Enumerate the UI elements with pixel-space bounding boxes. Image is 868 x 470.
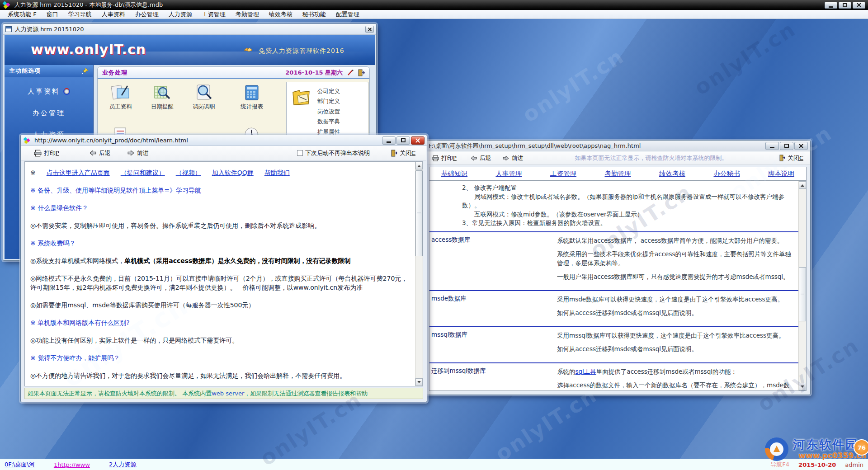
- learn-window-title: http://www.onlyit.cn/onlyit_prod/doc/htm…: [34, 137, 188, 144]
- scroll-thumb[interactable]: [415, 170, 423, 256]
- line-prefix: ※: [30, 168, 36, 177]
- tools-icon[interactable]: [347, 69, 354, 76]
- learn-heading: ※ 备份、升级、使用等详细说明见软件顶上菜单=》学习导航: [30, 186, 409, 195]
- row-paragraph: 采用msde数据库可以获得更快速度，这个速度是由于这个引擎效率比access更高…: [557, 295, 792, 304]
- row-paragraph: 如何从access迁移到msde或者mssql见后面说明。: [557, 308, 792, 317]
- qq-group-link[interactable]: 加入软件QQ群: [212, 168, 254, 177]
- printer-icon: [34, 150, 42, 157]
- row-label: msde数据库: [429, 295, 557, 322]
- current-date: 2016-10-15 星期六: [285, 69, 343, 77]
- status-user: admin: [845, 461, 863, 468]
- close-button[interactable]: [365, 26, 374, 33]
- window-switch-0[interactable]: 0F:\桌面\河: [5, 461, 35, 469]
- nav-salary[interactable]: 工资管理: [550, 169, 576, 178]
- row-paragraph: 一般用户采用access数据库即可，只有感觉速度需要提升的才考虑msde或者ms…: [557, 272, 792, 281]
- biz-icon-label: 调岗调职: [187, 103, 221, 111]
- quick-link-dictionary[interactable]: 数据字典: [317, 117, 340, 127]
- learn-window-titlebar[interactable]: http://www.onlyit.cn/onlyit_prod/doc/htm…: [21, 135, 427, 146]
- hrm-window-titlebar[interactable]: 人力资源 hrm 20151020: [3, 24, 376, 35]
- forward-button[interactable]: 前进: [502, 154, 524, 162]
- nav-personnel[interactable]: 人事管理: [496, 169, 522, 178]
- learn-heading: ※ 单机版本和网络版本有什么区别?: [30, 318, 409, 327]
- close-page-button[interactable]: 关闭C: [391, 149, 415, 157]
- print-button[interactable]: 打印P: [432, 154, 457, 162]
- menu-human-resource[interactable]: 人力资源: [164, 9, 197, 19]
- feedback-link[interactable]: （提问和建议）: [121, 168, 165, 177]
- window-switch-1[interactable]: 1http://www: [54, 461, 90, 468]
- statistics-report-icon: [241, 84, 262, 102]
- nag-window-title: F:\桌面\河东软件园\hrm_setup\hrm_setup\dll\web\…: [429, 142, 641, 150]
- product-page-link[interactable]: 点击这里进入产品页面: [47, 168, 110, 177]
- menu-salary[interactable]: 工资管理: [197, 9, 231, 19]
- menu-hr-data[interactable]: 人事资料: [97, 9, 130, 19]
- biz-icon-employee[interactable]: 员工资料: [104, 84, 137, 111]
- scroll-thumb[interactable]: [799, 267, 806, 321]
- scroll-down-button[interactable]: [415, 378, 423, 386]
- menu-performance[interactable]: 绩效考核: [264, 9, 297, 19]
- row-label: mssql数据库: [429, 331, 557, 358]
- checkbox-icon[interactable]: [297, 150, 303, 156]
- no-popup-checkbox[interactable]: 下次启动不再弹出本说明: [297, 149, 370, 157]
- close-button[interactable]: [853, 2, 865, 9]
- nav-performance[interactable]: 绩效考核: [659, 169, 685, 178]
- minimize-button[interactable]: [765, 142, 779, 150]
- desktop-watermark: onlyIT.cn: [518, 44, 628, 127]
- print-button[interactable]: 打印P: [34, 149, 59, 157]
- menu-learn-nav[interactable]: 学习导航: [63, 9, 97, 19]
- scroll-up-button[interactable]: [799, 181, 806, 189]
- learn-heading: ※ 系统收费吗？: [30, 239, 409, 248]
- sidebar-item-office[interactable]: 办公管理: [5, 105, 93, 121]
- row-label: access数据库: [429, 236, 557, 286]
- forward-button[interactable]: 前进: [127, 149, 149, 157]
- back-button[interactable]: 后退: [470, 154, 491, 162]
- nav-attendance[interactable]: 考勤管理: [605, 169, 631, 178]
- biz-icon-statistics[interactable]: 统计报表: [235, 84, 269, 111]
- nag-window-titlebar[interactable]: F:\桌面\河东软件园\hrm_setup\hrm_setup\dll\web\…: [425, 141, 810, 151]
- menu-system[interactable]: 系统功能 F: [3, 9, 42, 19]
- help-us-link[interactable]: 帮助我们: [264, 168, 290, 177]
- window-switch-2[interactable]: 2人力资源: [109, 461, 136, 469]
- row-label: 迁移到mssql数据库: [429, 367, 557, 391]
- close-icon: [856, 2, 862, 8]
- learn-scrollbar[interactable]: [415, 162, 423, 386]
- nag-content: 2、 修改客户端配置 局域网模式：修改主机ip或者域名参数。（如果新服务器的ip…: [429, 181, 807, 391]
- minimize-button[interactable]: [382, 136, 396, 145]
- pushpin-icon[interactable]: [81, 67, 89, 75]
- menu-secretary[interactable]: 秘书功能: [297, 9, 331, 19]
- minimize-button[interactable]: [825, 2, 837, 9]
- app-statusbar: 0F:\桌面\河 1http://www 2人力资源 导航F4 2015-10-…: [0, 459, 868, 470]
- scroll-up-button[interactable]: [415, 162, 423, 169]
- sidebar-item-hr-data[interactable]: 人事资料: [5, 84, 93, 99]
- video-link[interactable]: （视频）: [176, 168, 201, 177]
- quick-link-position[interactable]: 岗位设置: [317, 107, 340, 117]
- sql-tool-link[interactable]: sql工具: [576, 368, 596, 375]
- maximize-icon: [843, 3, 847, 7]
- quick-link-company[interactable]: 公司定义: [317, 86, 340, 96]
- sidebar-header-label: 主功能选项: [9, 67, 41, 75]
- quick-link-department[interactable]: 部门定义: [317, 96, 340, 106]
- notification-badge: 76: [854, 439, 868, 456]
- minimize-icon: [829, 6, 833, 8]
- biz-icon-label: 统计报表: [235, 103, 269, 111]
- desktop-watermark: onlyIT.cn: [491, 383, 601, 466]
- menu-config[interactable]: 配置管理: [331, 9, 364, 19]
- menubar: 系统功能 F 窗口 学习导航 人事资料 办公管理 人力资源 工资管理 考勤管理 …: [0, 10, 868, 19]
- close-button[interactable]: [411, 136, 425, 145]
- maximize-button[interactable]: [839, 2, 851, 9]
- biz-icon-date-reminder[interactable]: 日期提醒: [146, 84, 179, 111]
- hrm-window-title: 人力资源 hrm 20151020: [15, 25, 84, 33]
- sidebar-item-label: 人事资料: [28, 87, 60, 96]
- menu-office[interactable]: 办公管理: [130, 9, 164, 19]
- biz-icon-transfer[interactable]: 调岗调职: [187, 84, 221, 111]
- nav-basics[interactable]: 基础知识: [441, 169, 467, 178]
- folder-icon: [291, 88, 312, 107]
- maximize-button[interactable]: [396, 136, 410, 145]
- back-button[interactable]: 后退: [89, 149, 111, 157]
- menu-attendance[interactable]: 考勤管理: [231, 9, 264, 19]
- checkbox-label: 下次启动不再弹出本说明: [305, 149, 370, 157]
- nag-scrollbar[interactable]: [798, 181, 806, 390]
- menu-window[interactable]: 窗口: [42, 9, 63, 19]
- exit-icon[interactable]: [358, 69, 365, 76]
- close-icon: [415, 138, 420, 143]
- close-icon: [368, 27, 372, 32]
